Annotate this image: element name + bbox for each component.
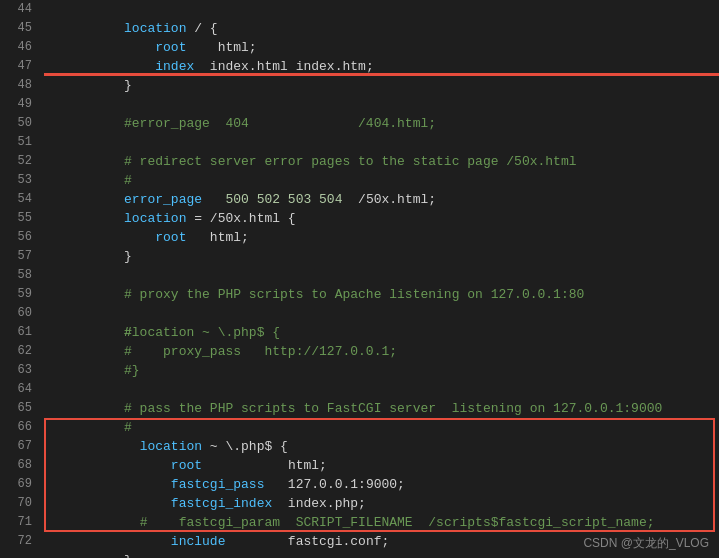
ln-63: 63 [4,361,32,380]
code-line-46: index index.html index.htm; [46,38,719,57]
red-box-group: location ~ \.php$ { root html; fastcgi_p… [46,418,719,532]
ln-66: 66 [4,418,32,437]
ln-44: 44 [4,0,32,19]
code-line-70: # fastcgi_param SCRIPT_FILENAME /scripts… [46,494,719,513]
ln-62: 62 [4,342,32,361]
code-line-60: #location ~ \.php$ { [46,304,719,323]
ln-68: 68 [4,456,32,475]
code-line-61: # proxy_pass http://127.0.0.1; [46,323,719,342]
ln-58: 58 [4,266,32,285]
code-line-47: } [46,57,719,76]
code-line-50 [46,114,719,133]
ln-56: 56 [4,228,32,247]
code-line-64: # pass the PHP scripts to FastCGI server… [46,380,719,399]
ln-57: 57 [4,247,32,266]
ln-59: 59 [4,285,32,304]
code-line-54: location = /50x.html { [46,190,719,209]
ln-45: 45 [4,19,32,38]
code-line-48 [46,76,719,95]
code-line-67: root html; [46,437,719,456]
ln-61: 61 [4,323,32,342]
ln-50: 50 [4,114,32,133]
code-line-45: root html; [46,19,719,38]
ln-49: 49 [4,95,32,114]
code-line-58: # proxy the PHP scripts to Apache listen… [46,266,719,285]
code-line-59: # [46,285,719,304]
code-line-44: location / { [46,0,719,19]
code-line-49: #error_page 404 /404.html; [46,95,719,114]
ln-51: 51 [4,133,32,152]
ln-47: 47 [4,57,32,76]
ln-70: 70 [4,494,32,513]
code-line-51: # redirect server error pages to the sta… [46,133,719,152]
code-line-56: } [46,228,719,247]
code-line-55: root html; [46,209,719,228]
ln-52: 52 [4,152,32,171]
code-line-57 [46,247,719,266]
code-line-69: fastcgi_index index.php; [46,475,719,494]
code-line-63 [46,361,719,380]
watermark: CSDN @文龙的_VLOG [583,535,709,552]
code-line-66: location ~ \.php$ { [46,418,719,437]
ln-65: 65 [4,399,32,418]
code-line-71: include fastcgi.conf; [46,513,719,532]
line-numbers: 44 45 46 47 48 49 50 51 52 53 54 55 56 5… [0,0,38,558]
code-line-68: fastcgi_pass 127.0.0.1:9000; [46,456,719,475]
ln-71: 71 [4,513,32,532]
code-line-53: error_page 500 502 503 504 /50x.html; [46,171,719,190]
code-area: location / { root html; index index.html… [38,0,719,558]
code-line-65: # [46,399,719,418]
ln-48: 48 [4,76,32,95]
ln-60: 60 [4,304,32,323]
ln-53: 53 [4,171,32,190]
code-line-62: #} [46,342,719,361]
ln-64: 64 [4,380,32,399]
code-line-52: # [46,152,719,171]
ln-72: 72 [4,532,32,551]
code-editor: 44 45 46 47 48 49 50 51 52 53 54 55 56 5… [0,0,719,558]
ln-46: 46 [4,38,32,57]
ln-67: 67 [4,437,32,456]
ln-55: 55 [4,209,32,228]
ln-54: 54 [4,190,32,209]
ln-69: 69 [4,475,32,494]
